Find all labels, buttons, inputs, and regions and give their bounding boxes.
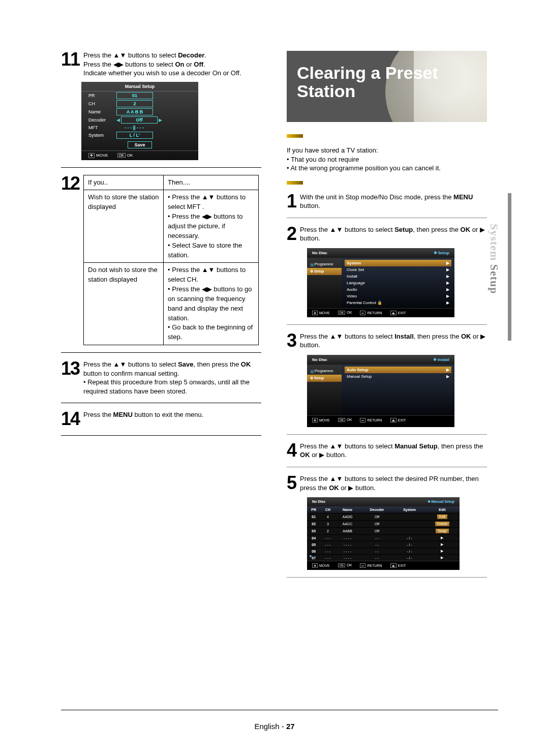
exit-key-icon: ⏏ xyxy=(390,563,396,568)
tv-icon: 📺 xyxy=(310,262,315,266)
sidebar-item: 📺Programme xyxy=(307,261,342,268)
return-key-icon: ↩ xyxy=(360,311,365,315)
divider xyxy=(287,467,487,467)
txt: Press the xyxy=(83,51,113,59)
osd-label: System xyxy=(88,133,116,138)
osd-sidebar: 📺Programme ⚙ Setup xyxy=(307,258,342,308)
accent-bar xyxy=(287,181,303,185)
osd-value: 2 xyxy=(116,100,153,107)
step-4r: 4 Press the ▲▼ buttons to select Manual … xyxy=(287,442,487,460)
osd-tag: ❖ Setup xyxy=(434,251,449,255)
step-number: 11 xyxy=(61,51,79,78)
edit-option: Swap xyxy=(436,529,449,533)
bold: On xyxy=(175,61,184,68)
osd-tag: ❖ Install xyxy=(433,357,449,362)
exit-key-icon: ⏏ xyxy=(390,418,396,422)
td: 4 xyxy=(320,513,335,521)
th: CH xyxy=(320,506,335,513)
osd-label: MFT xyxy=(88,125,116,130)
td: • Press the ▲▼ buttons to select MFT . •… xyxy=(164,190,259,263)
td: - - - - xyxy=(335,541,359,548)
updown-icon: ▲▼ xyxy=(113,51,127,59)
scroll-down-icon: ▼ xyxy=(309,554,313,559)
td: - - - xyxy=(320,548,335,555)
th: Then.... xyxy=(164,175,259,190)
osd-install-menu: No Disc❖ Install 📺Programme ⚙ Setup Auto… xyxy=(307,355,454,427)
osd-label: PR xyxy=(88,93,116,98)
td: 04 xyxy=(307,535,320,541)
osd-label: Decoder xyxy=(88,117,116,123)
osd-value: Off xyxy=(121,116,158,124)
step-1r: 1 With the unit in Stop mode/No Disc mod… xyxy=(287,193,487,210)
txt: EXIT xyxy=(398,418,406,422)
txt: RETURN xyxy=(367,418,382,422)
td: 02 xyxy=(307,521,320,528)
td xyxy=(394,513,425,521)
txt: , then press the xyxy=(194,360,241,368)
section-tab: System Setup xyxy=(487,224,501,294)
txt: Indicate whether you wish to use a decod… xyxy=(83,69,241,77)
bold: MENU xyxy=(453,193,473,201)
step-number: 3 xyxy=(287,332,296,350)
txt: Setup xyxy=(488,264,501,294)
menu-item: Install xyxy=(347,274,357,279)
txt: , then press the xyxy=(413,226,460,233)
osd-foot-ok: OKOK xyxy=(117,153,133,158)
osd-label: Name xyxy=(88,109,116,114)
bold: MENU xyxy=(113,411,133,418)
txt: Press the ▲▼ buttons to select xyxy=(300,442,394,450)
step-3r: 3 Press the ▲▼ buttons to select Install… xyxy=(287,332,487,350)
right-caret-icon: ▶ xyxy=(446,267,449,272)
edit-option: Delete xyxy=(435,522,449,526)
th: If you.. xyxy=(84,175,164,190)
td xyxy=(394,528,425,535)
bold: OK xyxy=(461,226,471,233)
bold: Install xyxy=(394,332,414,340)
td: - - xyxy=(360,555,394,561)
step-number: 13 xyxy=(61,360,79,396)
ok-key-icon: OK xyxy=(338,563,346,567)
bold: OK xyxy=(461,332,471,340)
txt: Press the ▲▼ buttons to select xyxy=(83,360,178,368)
side-index-bar xyxy=(508,193,511,341)
txt: • That you do not require xyxy=(287,156,359,163)
txt: MOVE xyxy=(96,153,108,158)
step-body: Press the ▲▼ buttons to select Manual Se… xyxy=(300,442,487,460)
divider xyxy=(287,218,487,218)
txt: Setup xyxy=(314,376,324,380)
return-key-icon: ↩ xyxy=(360,418,365,422)
td: - / - xyxy=(394,535,425,541)
td: - - xyxy=(360,548,394,555)
td: - - xyxy=(360,535,394,541)
txt: button to confirm manual setting. xyxy=(83,370,179,377)
gear-icon: ⚙ xyxy=(310,269,313,273)
step-body: Press the ▲▼ buttons to select Install, … xyxy=(300,332,487,350)
step-number: 1 xyxy=(287,193,296,210)
intro: If you have stored a TV station: • That … xyxy=(287,146,487,173)
td: AACC xyxy=(335,521,359,528)
move-key-icon: ✥ xyxy=(88,153,95,158)
txt: OK xyxy=(347,563,352,567)
step-5r: 5 Press the ▲▼ buttons to select the des… xyxy=(287,474,487,492)
bold: Off xyxy=(194,61,203,68)
txt: button. xyxy=(300,202,320,209)
td: ▶ xyxy=(425,548,460,555)
td: - / - xyxy=(394,548,425,555)
td: 3 xyxy=(320,521,335,528)
step-14: 14 Press the MENU button to exit the men… xyxy=(61,410,261,428)
channel-table: PR CH Name Decoder System Edit 014AADDOf… xyxy=(307,506,460,561)
right-caret-icon: ▶ xyxy=(446,261,449,265)
right-caret-icon: ▶ xyxy=(446,287,449,292)
osd-value: - - - || - - - xyxy=(116,125,152,131)
txt: OK xyxy=(347,418,352,421)
txt: Press the xyxy=(83,411,113,418)
step-body: With the unit in Stop mode/No Disc mode,… xyxy=(300,193,487,210)
td: - - - - xyxy=(335,548,359,555)
divider xyxy=(61,403,261,403)
txt: MOVE xyxy=(319,311,330,315)
td: Off xyxy=(360,513,394,521)
td: Off xyxy=(360,521,394,528)
osd-tag: ❖ Manual Setup xyxy=(428,500,454,504)
menu-item: Audio xyxy=(347,287,357,292)
txt: Programme xyxy=(315,369,333,373)
